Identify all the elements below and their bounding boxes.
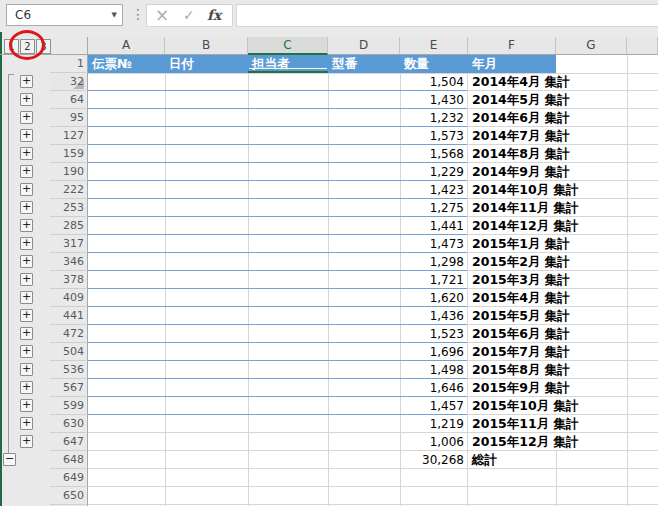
quantity-cell[interactable]: 1,568 [400,145,464,163]
name-box[interactable]: C6 ▼ [6,4,123,26]
expand-button[interactable]: + [20,237,33,250]
month-total-cell[interactable]: 2014年9月 集計 [472,163,570,181]
column-header-F[interactable]: F [468,37,556,54]
month-total-cell[interactable]: 2015年4月 集計 [472,289,570,307]
quantity-cell[interactable]: 1,229 [400,163,464,181]
expand-button[interactable]: + [20,291,33,304]
sheet-column-title[interactable]: 年月 [472,55,497,73]
month-total-cell[interactable]: 2014年7月 集計 [472,127,570,145]
column-header-partial[interactable] [627,37,658,54]
quantity-cell[interactable]: 1,436 [400,307,464,325]
month-total-cell[interactable]: 2014年8月 集計 [472,145,570,163]
column-header-A[interactable]: A [88,37,165,54]
quantity-cell[interactable]: 1,457 [400,397,464,415]
month-total-cell[interactable]: 2014年6月 集計 [472,109,570,127]
cancel-icon[interactable]: × [155,5,169,26]
column-header-B[interactable]: B [165,37,248,54]
month-total-cell[interactable]: 2015年1月 集計 [472,235,570,253]
quantity-cell[interactable]: 1,523 [400,325,464,343]
column-header-D[interactable]: D [328,37,400,54]
expand-button[interactable]: + [20,147,33,160]
quantity-cell[interactable]: 1,504 [400,73,464,91]
month-total-cell[interactable]: 2015年2月 集計 [472,253,570,271]
quantity-cell[interactable]: 1,232 [400,109,464,127]
expand-button[interactable]: + [20,255,33,268]
quantity-cell[interactable]: 1,423 [400,181,464,199]
enter-check-icon[interactable]: ✓ [183,5,195,26]
quantity-cell[interactable]: 1,298 [400,253,464,271]
month-total-cell[interactable]: 2015年9月 集計 [472,379,570,397]
collapse-button[interactable]: − [3,453,16,466]
quantity-cell[interactable]: 1,006 [400,433,464,451]
quantity-cell[interactable]: 1,646 [400,379,464,397]
name-box-dropdown-icon[interactable]: ▼ [112,5,117,25]
row-header[interactable]: 567 [50,379,86,397]
quantity-cell[interactable]: 1,275 [400,199,464,217]
month-total-cell[interactable]: 2015年5月 集計 [472,307,570,325]
row-header[interactable]: 222 [50,181,86,199]
expand-button[interactable]: + [20,381,33,394]
insert-function-icon[interactable]: fx [207,5,221,26]
expand-button[interactable]: + [20,219,33,232]
expand-button[interactable]: + [20,435,33,448]
row-header[interactable]: 32 [50,73,86,91]
table-header-row[interactable]: 伝票№日付担当者型番数量年月 [88,55,556,73]
row-header[interactable]: 346 [50,253,86,271]
quantity-cell[interactable]: 1,498 [400,361,464,379]
row-header[interactable]: 441 [50,307,86,325]
row-header[interactable]: 253 [50,199,86,217]
month-total-cell[interactable]: 2015年3月 集計 [472,271,570,289]
row-header[interactable]: 472 [50,325,86,343]
quantity-cell[interactable]: 1,219 [400,415,464,433]
sheet-column-title[interactable]: 伝票№ [92,55,132,73]
expand-button[interactable]: + [20,75,33,88]
row-header[interactable]: 95 [50,109,86,127]
month-total-cell[interactable]: 2014年12月 集計 [472,217,579,235]
month-total-cell[interactable]: 2015年11月 集計 [472,415,579,433]
sheet-column-title[interactable]: 数量 [404,55,429,73]
quantity-cell[interactable] [400,487,464,505]
row-header[interactable]: 599 [50,397,86,415]
expand-button[interactable]: + [20,327,33,340]
expand-button[interactable]: + [20,129,33,142]
expand-button[interactable]: + [20,399,33,412]
row-header[interactable]: 159 [50,145,86,163]
quantity-cell[interactable]: 1,573 [400,127,464,145]
row-header[interactable]: 1 [50,55,86,73]
expand-button[interactable]: + [20,93,33,106]
column-header-G[interactable]: G [556,37,627,54]
sheet-column-title[interactable]: 型番 [332,55,357,73]
quantity-cell[interactable] [400,469,464,487]
month-total-cell[interactable]: 2015年10月 集計 [472,397,579,415]
column-header-C[interactable]: C [248,37,328,55]
row-header[interactable]: 630 [50,415,86,433]
sheet-column-title[interactable]: 日付 [169,55,194,73]
column-header-E[interactable]: E [400,37,468,54]
expand-button[interactable]: + [20,273,33,286]
row-header[interactable]: 536 [50,361,86,379]
row-header[interactable]: 409 [50,289,86,307]
expand-button[interactable]: + [20,363,33,376]
month-total-cell[interactable]: 2015年8月 集計 [472,361,570,379]
month-total-cell[interactable]: 2014年11月 集計 [472,199,579,217]
expand-button[interactable]: + [20,201,33,214]
formula-bar-input[interactable] [236,4,658,27]
quantity-cell[interactable]: 1,721 [400,271,464,289]
quantity-cell[interactable]: 1,696 [400,343,464,361]
quantity-cell[interactable]: 1,430 [400,91,464,109]
row-header[interactable]: 504 [50,343,86,361]
row-header[interactable]: 127 [50,127,86,145]
row-header[interactable]: 650 [50,487,86,505]
month-total-cell[interactable]: 2015年12月 集計 [472,433,579,451]
month-total-cell[interactable]: 2015年6月 集計 [472,325,570,343]
month-total-cell[interactable]: 2014年10月 集計 [472,181,579,199]
row-header[interactable]: 285 [50,217,86,235]
row-header[interactable]: 647 [50,433,86,451]
month-total-cell[interactable]: 2015年7月 集計 [472,343,570,361]
expand-button[interactable]: + [20,417,33,430]
row-header[interactable]: 649 [50,469,86,487]
row-header[interactable]: 190 [50,163,86,181]
expand-button[interactable]: + [20,165,33,178]
row-header[interactable]: 648 [50,451,86,469]
expand-button[interactable]: + [20,309,33,322]
